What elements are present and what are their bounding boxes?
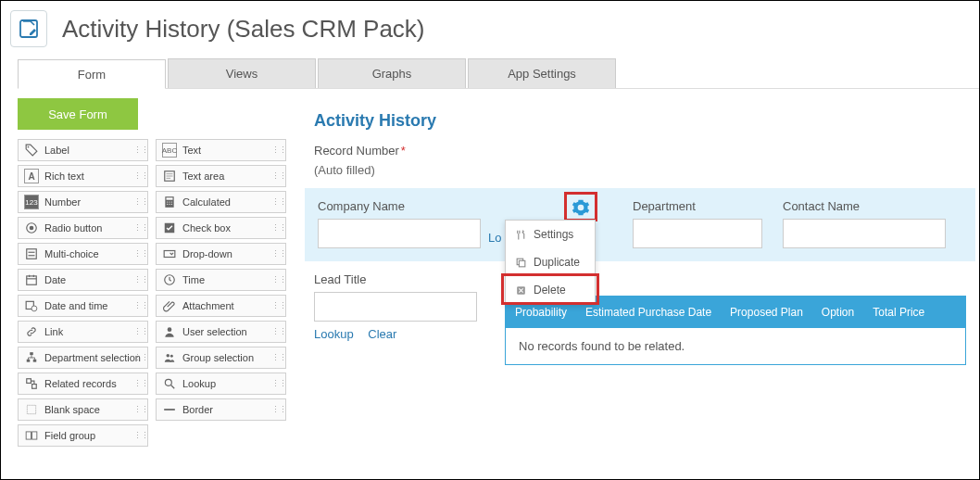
palette-time[interactable]: Time⋮⋮ (156, 269, 286, 291)
palette-text-area[interactable]: Text area⋮⋮ (156, 165, 286, 187)
delete-icon (513, 284, 528, 297)
svg-point-15 (30, 226, 34, 231)
col-probability[interactable]: Probability (506, 306, 576, 319)
search-icon (162, 376, 177, 391)
text-abc-icon: ABC (162, 143, 177, 158)
palette-multi-choice[interactable]: Multi-choice⋮⋮ (18, 243, 148, 265)
section-title: Activity History (314, 111, 966, 131)
clear-link[interactable]: Clear (368, 327, 396, 341)
svg-rect-17 (27, 249, 37, 259)
lookup-link[interactable]: Lookup (314, 327, 354, 341)
svg-point-32 (167, 354, 170, 358)
col-total-price[interactable]: Total Price (863, 306, 934, 319)
blank-icon (24, 402, 39, 417)
lookup-link-cutoff[interactable]: Lo (488, 231, 501, 245)
textarea-icon (162, 169, 177, 183)
contact-name-input[interactable] (783, 219, 946, 248)
paperclip-icon (162, 298, 177, 313)
svg-rect-30 (27, 360, 31, 362)
palette-radio-button[interactable]: Radio button⋮⋮ (18, 217, 148, 239)
palette-attachment[interactable]: Attachment⋮⋮ (156, 295, 286, 317)
tab-graphs[interactable]: Graphs (318, 58, 466, 88)
table-empty-message: No records found to be related. (506, 328, 965, 364)
col-option[interactable]: Option (812, 306, 863, 319)
svg-point-36 (165, 379, 171, 385)
tab-views[interactable]: Views (168, 58, 316, 88)
svg-rect-29 (30, 352, 33, 355)
svg-rect-43 (519, 260, 525, 267)
palette-department-selection[interactable]: Department selection⋮⋮ (18, 347, 148, 369)
form-canvas: Activity History Record Number* (Auto fi… (286, 98, 979, 365)
wrench-icon (513, 229, 528, 241)
department-input[interactable] (633, 219, 762, 248)
group-field-icon (24, 428, 39, 443)
menu-item-settings[interactable]: Settings (506, 221, 595, 248)
org-icon (24, 350, 39, 365)
palette-rich-text[interactable]: ARich text⋮⋮ (18, 165, 148, 187)
svg-rect-40 (26, 432, 31, 439)
calculator-icon (162, 195, 177, 209)
tab-app-settings[interactable]: App Settings (468, 58, 616, 88)
datetime-icon (24, 298, 39, 313)
palette-user-selection[interactable]: User selection⋮⋮ (156, 321, 286, 343)
related-icon (24, 376, 39, 391)
palette-lookup[interactable]: Lookup⋮⋮ (156, 373, 286, 395)
palette-drop-down[interactable]: Drop-down⋮⋮ (156, 243, 286, 265)
contact-name-label: Contact Name (783, 199, 946, 213)
col-estimated-purchase-date[interactable]: Estimated Purchase Date (576, 306, 721, 319)
company-name-input[interactable] (318, 219, 481, 248)
dropdown-icon (162, 246, 177, 261)
menu-item-delete[interactable]: Delete (506, 276, 595, 304)
palette-link[interactable]: Link⋮⋮ (18, 321, 148, 343)
svg-rect-7 (167, 197, 173, 199)
app-icon (10, 10, 47, 47)
svg-point-28 (168, 327, 172, 332)
svg-point-11 (167, 204, 168, 205)
svg-rect-31 (33, 360, 37, 362)
palette-number[interactable]: 123Number⋮⋮ (18, 191, 148, 213)
department-label: Department (633, 199, 762, 213)
palette-blank-space[interactable]: Blank space⋮⋮ (18, 398, 148, 421)
svg-rect-20 (164, 251, 175, 258)
palette-date-and-time[interactable]: Date and time⋮⋮ (18, 295, 148, 317)
palette-text[interactable]: ABCText⋮⋮ (156, 139, 286, 161)
palette-date[interactable]: Date⋮⋮ (18, 269, 148, 291)
company-name-label: Company Name (318, 199, 481, 213)
svg-point-10 (171, 201, 172, 202)
palette-field-group[interactable]: Field group⋮⋮ (18, 424, 148, 447)
svg-point-8 (167, 201, 168, 202)
selected-field-row[interactable]: Company Name Department Contact Name Lo (305, 188, 975, 261)
svg-rect-34 (27, 379, 31, 384)
svg-rect-38 (27, 405, 35, 413)
sidebar: Save Form Label⋮⋮ ABCText⋮⋮ ARich text⋮⋮… (18, 98, 286, 447)
svg-point-27 (31, 306, 37, 311)
tag-icon (24, 143, 39, 158)
svg-point-12 (169, 204, 170, 205)
svg-rect-21 (27, 276, 37, 284)
lead-title-input[interactable] (314, 292, 477, 322)
svg-rect-35 (32, 385, 37, 389)
palette-check-box[interactable]: Check box⋮⋮ (156, 217, 286, 239)
save-form-button[interactable]: Save Form (18, 98, 138, 130)
calendar-icon (24, 272, 39, 287)
auto-filled-text: (Auto filled) (314, 163, 966, 177)
lead-title-label: Lead Title (314, 272, 477, 286)
number-icon: 123 (24, 195, 39, 209)
checkbox-icon (162, 221, 177, 235)
menu-item-duplicate[interactable]: Duplicate (506, 248, 595, 276)
letter-a-icon: A (24, 169, 39, 183)
field-settings-gear-button[interactable] (568, 196, 594, 220)
tab-form[interactable]: Form (18, 59, 166, 89)
col-proposed-plan[interactable]: Proposed Plan (721, 306, 812, 319)
svg-rect-0 (20, 20, 37, 37)
svg-point-1 (28, 146, 30, 148)
palette-border[interactable]: Border⋮⋮ (156, 398, 286, 421)
field-context-menu: Settings Duplicate Delete (505, 220, 596, 305)
palette-related-records[interactable]: Related records⋮⋮ (18, 373, 148, 395)
clock-icon (162, 272, 177, 287)
link-icon (24, 324, 39, 339)
palette-calculated[interactable]: Calculated⋮⋮ (156, 191, 286, 213)
palette-label[interactable]: Label⋮⋮ (18, 139, 148, 161)
palette-group-selection[interactable]: Group selection⋮⋮ (156, 347, 286, 369)
tab-bar: Form Views Graphs App Settings (18, 53, 979, 89)
